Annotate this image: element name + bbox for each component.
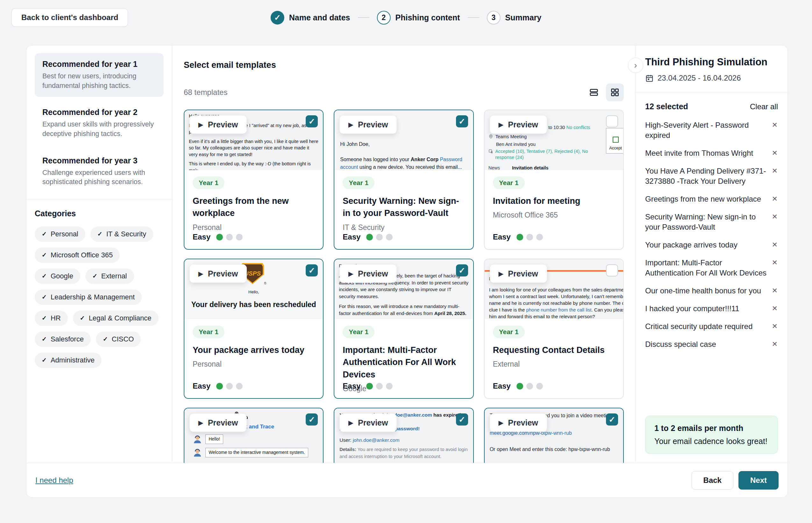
help-link[interactable]: I need help bbox=[35, 476, 73, 485]
remove-selected-button[interactable]: × bbox=[772, 258, 778, 267]
next-button[interactable]: Next bbox=[738, 471, 779, 490]
play-icon: ▶ bbox=[499, 270, 503, 277]
template-card-9[interactable]: Thomas Wright has invited you to join a … bbox=[484, 408, 624, 463]
template-select-checkbox[interactable]: ✓ bbox=[306, 264, 318, 276]
difficulty-indicator: Easy bbox=[193, 233, 243, 241]
template-select-checkbox[interactable]: ✓ bbox=[456, 413, 468, 426]
template-select-checkbox[interactable]: ✓ bbox=[456, 264, 468, 276]
difficulty-dot bbox=[236, 234, 243, 240]
step-summary[interactable]: 3Summary bbox=[486, 11, 541, 24]
collapse-sidebar-button[interactable]: › bbox=[628, 58, 643, 73]
category-chip-leadership-management[interactable]: ✓Leadership & Management bbox=[35, 290, 142, 305]
difficulty-label: Easy bbox=[343, 233, 361, 241]
template-card-7[interactable]: Track and TraceHello!Welcome to the inte… bbox=[184, 408, 324, 463]
category-chip-hr[interactable]: ✓HR bbox=[35, 310, 68, 326]
difficulty-label: Easy bbox=[343, 382, 361, 391]
remove-selected-button[interactable]: × bbox=[772, 166, 778, 176]
recommendation-description: Best for new users, introducing fundamen… bbox=[42, 72, 156, 90]
grid-view-button[interactable] bbox=[606, 84, 624, 101]
category-chip-label: Administrative bbox=[51, 356, 95, 364]
step-phishing-content[interactable]: 2Phishing content bbox=[377, 11, 460, 24]
checkbox-check-icon: ✓ bbox=[459, 266, 465, 275]
template-category: Microsoft Office 365 bbox=[493, 211, 615, 219]
template-card-body: Year 1Security Warning: New sign-in to y… bbox=[334, 170, 473, 238]
recommendation-year-3[interactable]: Recommended for year 3Challenge experien… bbox=[35, 150, 164, 193]
template-select-checkbox[interactable] bbox=[606, 264, 618, 276]
meet-code-text: Or open Meet and enter this code: hpw-tx… bbox=[490, 446, 618, 453]
remove-selected-button[interactable]: × bbox=[772, 212, 778, 221]
template-select-checkbox[interactable]: ✓ bbox=[306, 413, 318, 426]
template-card-5[interactable]: Dear John Doe,Anker Corp has, unfortunat… bbox=[334, 259, 474, 399]
remove-selected-button[interactable]: × bbox=[772, 148, 778, 158]
template-select-checkbox[interactable]: ✓ bbox=[306, 115, 318, 127]
preview-body: I am looking for one of your colleagues … bbox=[489, 286, 623, 319]
simulation-title: Third Phishing Simulation bbox=[645, 56, 778, 68]
remove-selected-button[interactable]: × bbox=[772, 194, 778, 203]
preview-button[interactable]: ▶Preview bbox=[490, 115, 547, 134]
clear-all-button[interactable]: Clear all bbox=[750, 102, 778, 111]
preview-button[interactable]: ▶Preview bbox=[339, 264, 397, 283]
year-badge: Year 1 bbox=[193, 177, 224, 189]
category-chip-administrative[interactable]: ✓Administrative bbox=[35, 353, 102, 368]
template-card-2[interactable]: Hi John Doe,Someone has logged into your… bbox=[334, 110, 474, 250]
preview-button[interactable]: ▶Preview bbox=[339, 115, 397, 134]
category-chip-cisco[interactable]: ✓CISCO bbox=[96, 331, 141, 347]
category-chip-label: Legal & Compliance bbox=[89, 314, 152, 322]
recommendation-year-1[interactable]: Recommended for year 1Best for new users… bbox=[35, 53, 164, 97]
category-chip-microsoft-office-365[interactable]: ✓Microsoft Office 365 bbox=[35, 248, 120, 263]
difficulty-indicator: Easy bbox=[493, 382, 543, 391]
checkmark-icon: ✓ bbox=[103, 336, 108, 343]
category-chip-external[interactable]: ✓External bbox=[85, 269, 134, 284]
list-view-button[interactable] bbox=[585, 84, 603, 101]
page-title: Select email templates bbox=[184, 60, 624, 70]
category-chip-legal-compliance[interactable]: ✓Legal & Compliance bbox=[73, 310, 159, 326]
template-select-checkbox[interactable]: ✓ bbox=[456, 115, 468, 127]
difficulty-dot bbox=[216, 234, 223, 240]
category-chip-label: CISCO bbox=[112, 335, 134, 343]
preview-button[interactable]: ▶Preview bbox=[189, 115, 247, 134]
chip-row: ✓Salesforce✓CISCO bbox=[35, 331, 164, 347]
chip-row: ✓Microsoft Office 365 bbox=[35, 248, 164, 263]
remove-selected-button[interactable]: × bbox=[772, 321, 778, 331]
template-card-1[interactable]: Hello everyone,I wanted to get in touch … bbox=[184, 110, 324, 250]
back-button[interactable]: Back bbox=[691, 471, 733, 490]
preview-button[interactable]: ▶Preview bbox=[490, 264, 547, 283]
template-card-8[interactable]: Your password to john.doe@anker.com has … bbox=[334, 408, 474, 463]
checkmark-icon: ✓ bbox=[42, 230, 47, 238]
recommendation-title: Recommended for year 1 bbox=[42, 59, 156, 69]
recommendation-description: Challenge experienced users with sophist… bbox=[42, 168, 156, 187]
back-to-dashboard-button[interactable]: Back to client's dashboard bbox=[12, 8, 128, 27]
preview-button[interactable]: ▶Preview bbox=[339, 413, 397, 432]
remove-selected-button[interactable]: × bbox=[772, 240, 778, 249]
tab-invitation-details: Invitation details bbox=[512, 165, 548, 170]
step-label: Summary bbox=[505, 13, 541, 22]
selected-template-item: Critical security update required× bbox=[645, 321, 778, 331]
preview-button-label: Preview bbox=[358, 120, 388, 129]
category-chip-it-security[interactable]: ✓IT & Security bbox=[90, 227, 153, 242]
category-chip-salesforce[interactable]: ✓Salesforce bbox=[35, 331, 91, 347]
category-chip-personal[interactable]: ✓Personal bbox=[35, 227, 85, 242]
accept-button[interactable]: Accept bbox=[606, 128, 623, 154]
recommendation-year-2[interactable]: Recommended for year 2Expand user skills… bbox=[35, 101, 164, 145]
template-card-4[interactable]: USPS®Hello,Your delivery has been resche… bbox=[184, 259, 324, 399]
category-chip-google[interactable]: ✓Google bbox=[35, 269, 80, 284]
remove-selected-button[interactable]: × bbox=[772, 120, 778, 130]
preview-button[interactable]: ▶Preview bbox=[189, 264, 247, 283]
step-name-and-dates[interactable]: ✓Name and dates bbox=[271, 11, 350, 24]
remove-selected-button[interactable]: × bbox=[772, 339, 778, 349]
template-select-checkbox[interactable] bbox=[606, 115, 618, 127]
rsvp-status-link: Accepted (10), Tentative (7), Rejected (… bbox=[495, 148, 606, 161]
sidebar-divider bbox=[26, 199, 172, 199]
step-label: Phishing content bbox=[395, 13, 460, 22]
category-chip-label: Salesforce bbox=[51, 335, 84, 343]
remove-selected-button[interactable]: × bbox=[772, 286, 778, 295]
preview-button[interactable]: ▶Preview bbox=[490, 413, 547, 432]
chip-row: ✓Personal✓IT & Security bbox=[35, 227, 164, 242]
template-card-3[interactable]: 09:30 to 10:30 No conflictsTeams Meeting… bbox=[484, 110, 624, 250]
template-card-6[interactable]: Dear Sir or Madam,I am looking for one o… bbox=[484, 259, 624, 399]
remove-selected-button[interactable]: × bbox=[772, 304, 778, 313]
template-select-checkbox[interactable]: ✓ bbox=[606, 413, 618, 426]
preview-button[interactable]: ▶Preview bbox=[189, 413, 247, 432]
difficulty-dot bbox=[226, 383, 233, 390]
wizard-stepper: ✓Name and dates2Phishing content3Summary bbox=[271, 8, 541, 27]
